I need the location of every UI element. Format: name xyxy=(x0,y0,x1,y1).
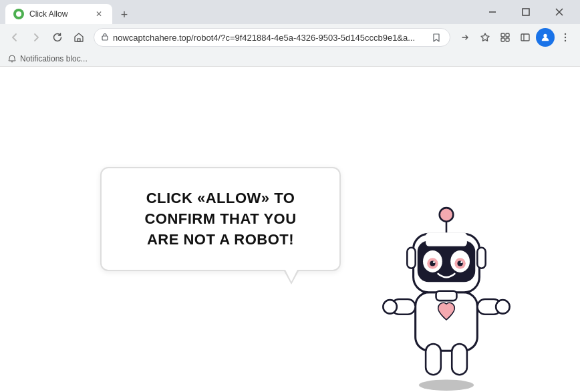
forward-button[interactable] xyxy=(27,28,45,47)
svg-rect-6 xyxy=(102,36,108,40)
svg-point-34 xyxy=(460,261,462,263)
share-button[interactable] xyxy=(456,28,474,47)
bookmark-icon[interactable] xyxy=(430,31,443,44)
svg-rect-24 xyxy=(452,344,467,375)
svg-point-20 xyxy=(383,300,397,314)
notification-text: Notifications bloc... xyxy=(20,54,88,63)
svg-rect-35 xyxy=(436,291,457,301)
back-button[interactable] xyxy=(5,28,24,47)
svg-rect-10 xyxy=(506,38,509,41)
robot-illustration xyxy=(373,158,520,392)
svg-rect-7 xyxy=(501,33,504,37)
svg-rect-9 xyxy=(501,38,504,41)
star-button[interactable] xyxy=(476,28,494,47)
close-button[interactable] xyxy=(544,0,575,24)
bubble-text: CLICK «ALLOW» TO CONFIRM THAT YOU ARE NO… xyxy=(128,188,313,250)
window-controls xyxy=(477,0,575,24)
sidebar-button[interactable] xyxy=(516,28,535,47)
svg-point-22 xyxy=(496,300,510,314)
svg-rect-11 xyxy=(521,34,529,41)
active-tab[interactable]: Click Allow ✕ xyxy=(5,4,112,24)
svg-point-15 xyxy=(565,37,566,38)
svg-rect-5 xyxy=(78,39,80,41)
minimize-button[interactable] xyxy=(477,0,508,24)
tab-close-button[interactable]: ✕ xyxy=(94,9,104,19)
svg-point-37 xyxy=(440,208,454,222)
notification-bell-icon xyxy=(8,55,16,63)
browser-frame: Click Allow ✕ + xyxy=(0,0,580,392)
reload-button[interactable] xyxy=(48,28,67,47)
svg-point-0 xyxy=(16,11,21,17)
tab-strip: Click Allow ✕ + xyxy=(5,0,477,24)
address-icons xyxy=(430,31,443,44)
new-tab-button[interactable]: + xyxy=(115,5,134,24)
svg-point-30 xyxy=(433,261,435,263)
lock-icon xyxy=(101,33,109,43)
svg-point-14 xyxy=(565,33,566,35)
nav-bar: nowcaptchahere.top/robot4/?c=9f421884-4e… xyxy=(0,24,580,51)
tab-favicon xyxy=(13,9,24,19)
notification-bar: Notifications bloc... xyxy=(0,51,580,67)
svg-rect-23 xyxy=(426,344,441,375)
tab-title: Click Allow xyxy=(29,9,88,19)
svg-rect-2 xyxy=(523,9,529,15)
svg-point-17 xyxy=(419,379,474,390)
address-bar[interactable]: nowcaptchahere.top/robot4/?c=9f421884-4e… xyxy=(94,28,450,47)
speech-bubble: CLICK «ALLOW» TO CONFIRM THAT YOU ARE NO… xyxy=(100,167,341,271)
svg-rect-39 xyxy=(427,234,466,244)
url-text: nowcaptchahere.top/robot4/?c=9f421884-4e… xyxy=(113,33,426,43)
title-bar: Click Allow ✕ + xyxy=(0,0,580,24)
maximize-button[interactable] xyxy=(511,0,541,24)
toolbar-right xyxy=(456,28,575,47)
svg-point-13 xyxy=(543,34,547,37)
profile-button[interactable] xyxy=(536,28,555,47)
svg-point-16 xyxy=(565,40,566,41)
svg-rect-40 xyxy=(407,248,415,268)
page-content: CLICK «ALLOW» TO CONFIRM THAT YOU ARE NO… xyxy=(0,67,580,392)
home-button[interactable] xyxy=(69,28,88,47)
extensions-button[interactable] xyxy=(496,28,515,47)
svg-rect-8 xyxy=(506,33,509,37)
menu-button[interactable] xyxy=(556,28,575,47)
svg-rect-41 xyxy=(477,248,485,268)
